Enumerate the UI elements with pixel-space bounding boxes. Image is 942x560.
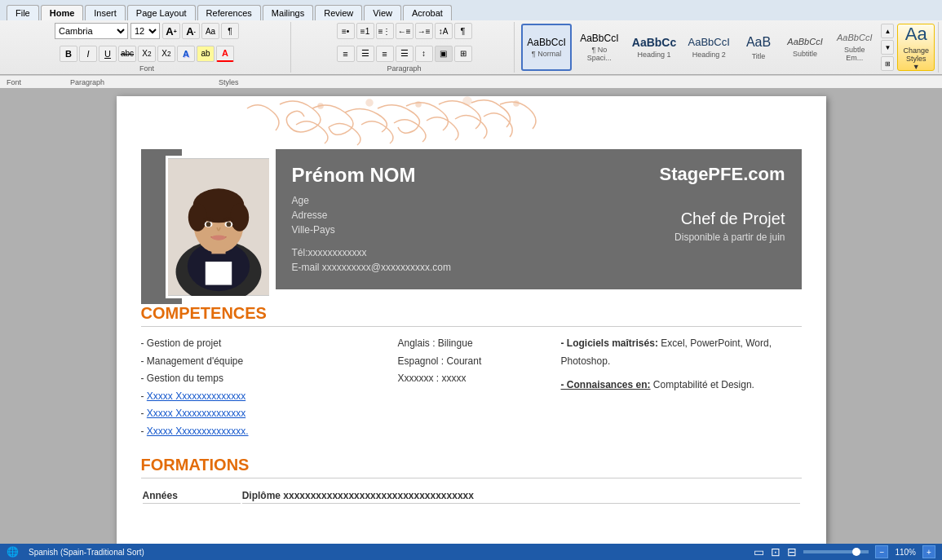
shrink-font-button[interactable]: A-	[182, 23, 200, 39]
svg-point-18	[211, 236, 225, 240]
shading-button[interactable]: ▣	[435, 46, 453, 62]
subscript-button[interactable]: X2	[138, 46, 156, 62]
increase-indent-button[interactable]: →≡	[415, 23, 433, 39]
paragraph-group-label: Paragraph	[387, 64, 422, 73]
subtleem-label: Subtle Em...	[835, 46, 873, 62]
numbering-button[interactable]: ≡1	[356, 23, 374, 39]
clear-format-button[interactable]: ¶	[221, 23, 239, 39]
styles-scroll-down[interactable]: ▼	[881, 40, 894, 55]
italic-button[interactable]: I	[79, 46, 97, 62]
normal-preview: AaBbCcI	[527, 37, 565, 48]
tab-home[interactable]: Home	[41, 5, 84, 20]
style-subtitle[interactable]: AaBbCcI Subtitle	[782, 24, 828, 71]
align-left-button[interactable]: ≡	[337, 46, 355, 62]
status-language: Spanish (Spain-Traditional Sort)	[29, 548, 144, 557]
style-swatches-container: AaBbCcI ¶ Normal AaBbCcI ¶ No Spaci... A…	[521, 24, 879, 71]
tab-review[interactable]: Review	[315, 5, 362, 20]
lang-english: Anglais : Bilingue	[398, 335, 545, 353]
styles-expand[interactable]: ⊞	[881, 56, 894, 71]
superscript-button[interactable]: X2	[157, 46, 175, 62]
font-group-label: Font	[139, 64, 154, 73]
style-subtleem[interactable]: AaBbCcI Subtle Em...	[829, 24, 879, 71]
tab-mailings[interactable]: Mailings	[263, 5, 313, 20]
view-print-button[interactable]: ▭	[754, 545, 764, 558]
formations-col-diplome: Diplôme xxxxxxxxxxxxxxxxxxxxxxxxxxxxxxxx…	[242, 488, 800, 504]
swirl-decoration	[117, 96, 826, 153]
bullets-button[interactable]: ≡•	[337, 23, 355, 39]
justify-button[interactable]: ☰	[396, 46, 414, 62]
multilevel-button[interactable]: ≡⋮	[376, 23, 394, 39]
zoom-percent: 110%	[895, 548, 916, 557]
cv-availability: Disponible à partir de juin	[674, 231, 785, 243]
style-nospacing[interactable]: AaBbCcI ¶ No Spaci...	[573, 24, 626, 71]
title-label: Title	[752, 52, 766, 60]
paragraph-controls: ≡• ≡1 ≡⋮ ←≡ →≡ ↕A ¶ ≡ ☰ ≡ ☰ ↕ ▣ ⊞	[299, 22, 509, 63]
nospacing-preview: AaBbCcI	[580, 33, 618, 44]
formations-title: FORMATIONS	[141, 456, 802, 474]
svg-point-12	[188, 203, 206, 231]
highlight-button[interactable]: ab	[197, 46, 214, 62]
subtitle-label: Subtitle	[793, 50, 817, 58]
sort-button[interactable]: ↕A	[435, 23, 453, 39]
zoom-in-button[interactable]: +	[922, 545, 935, 558]
formations-divider	[141, 478, 802, 478]
cv-age: Age	[292, 193, 531, 208]
view-fullscreen-button[interactable]: ⊡	[771, 545, 781, 558]
bold-button[interactable]: B	[60, 46, 77, 62]
border-button[interactable]: ⊞	[454, 46, 472, 62]
change-styles-button[interactable]: Aa ChangeStyles ▼	[897, 24, 935, 71]
heading1-preview: AaBbCc	[632, 36, 676, 50]
zoom-slider[interactable]	[803, 550, 869, 553]
svg-rect-8	[205, 262, 231, 285]
style-heading2[interactable]: AaBbCcI Heading 2	[683, 24, 735, 71]
tab-acrobat[interactable]: Acrobat	[403, 5, 452, 20]
normal-label: ¶ Normal	[532, 50, 561, 58]
styles-scroll-up[interactable]: ▲	[881, 24, 894, 38]
competences-software-col: - Logiciels maîtrisés: Excel, PowerPoint…	[561, 335, 802, 441]
font-group-footer: Font	[7, 78, 21, 86]
text-effect-button[interactable]: A	[177, 46, 195, 62]
tab-file[interactable]: File	[7, 5, 39, 20]
styles-group: AaBbCcI ¶ Normal AaBbCcI ¶ No Spaci... A…	[518, 22, 939, 73]
ribbon-tabs-row: File Home Insert Page Layout References …	[0, 0, 942, 20]
style-heading1[interactable]: AaBbCc Heading 1	[627, 24, 682, 71]
tab-insert[interactable]: Insert	[85, 5, 126, 20]
line-spacing-button[interactable]: ↕	[415, 46, 433, 62]
formations-table: Années Diplôme xxxxxxxxxxxxxxxxxxxxxxxxx…	[141, 487, 802, 505]
paragraph-group-footer: Paragraph	[70, 78, 104, 86]
font-size-select[interactable]: 12	[130, 23, 160, 39]
change-styles-icon: Aa	[905, 24, 927, 45]
font-family-select[interactable]: Cambria	[55, 23, 128, 39]
logiciels-item: - Logiciels maîtrisés: Excel, PowerPoint…	[561, 335, 802, 370]
view-web-button[interactable]: ⊟	[787, 545, 797, 558]
ribbon-content: Cambria 12 A+ A- Aa ¶ B I U abc X2 X	[0, 20, 942, 74]
heading1-label: Heading 1	[637, 51, 670, 59]
style-title[interactable]: AaB Title	[736, 24, 781, 71]
show-para-button[interactable]: ¶	[454, 23, 472, 39]
zoom-out-button[interactable]: −	[875, 545, 888, 558]
strikethrough-button[interactable]: abc	[118, 46, 136, 62]
grow-font-button[interactable]: A+	[162, 23, 180, 39]
svg-point-16	[206, 222, 210, 227]
svg-point-1	[366, 99, 373, 106]
styles-group-footer: Styles	[219, 78, 239, 86]
styles-scroll: ▲ ▼ ⊞	[881, 24, 894, 71]
svg-point-3	[463, 97, 471, 105]
competences-divider	[141, 326, 802, 327]
cv-info-left: Prénom NOM Age Adresse Ville-Pays Tél:xx…	[292, 164, 531, 275]
tab-page-layout[interactable]: Page Layout	[127, 5, 196, 20]
ribbon-group-labels: Font Paragraph Styles	[0, 75, 942, 88]
decrease-indent-button[interactable]: ←≡	[396, 23, 414, 39]
underline-button[interactable]: U	[99, 46, 117, 62]
ribbon: File Home Insert Page Layout References …	[0, 0, 942, 75]
align-center-button[interactable]: ☰	[356, 46, 374, 62]
tab-view[interactable]: View	[364, 5, 401, 20]
font-color-button[interactable]: A	[216, 46, 234, 62]
tab-references[interactable]: References	[197, 5, 261, 20]
competences-languages-col: Anglais : Bilingue Espagnol : Courant Xx…	[398, 335, 545, 441]
align-right-button[interactable]: ≡	[376, 46, 394, 62]
heading2-label: Heading 2	[692, 51, 726, 59]
svg-point-0	[318, 104, 323, 108]
change-case-button[interactable]: Aa	[201, 23, 219, 39]
style-normal[interactable]: AaBbCcI ¶ Normal	[521, 24, 572, 71]
